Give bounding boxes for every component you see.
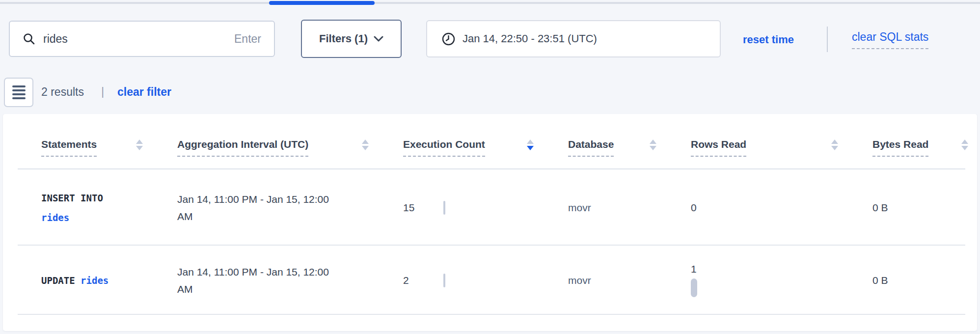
statement-keyword: INSERT INTO [41,193,103,203]
rows-read-cell: 0 [688,202,870,214]
bytes-read-cell: 0 B [870,202,977,214]
sort-arrows-execution-count[interactable] [527,139,534,150]
aggregation-interval-cell: Jan 14, 11:00 PM - Jan 15, 12:00 AM [174,263,329,298]
bytes-read-cell: 0 B [870,275,977,286]
tab-strip [0,2,980,4]
execution-count-bar [443,201,445,215]
database-cell: movr [565,275,688,286]
clear-sql-stats-link[interactable]: clear SQL stats [852,30,928,49]
active-tab-indicator [269,1,375,5]
rows-read-cell: 1 [688,263,870,297]
execution-count-value: 15 [403,202,431,214]
column-selector-icon [12,85,26,99]
column-header-statements[interactable]: Statements [38,138,174,169]
statements-table-card: Statements Aggregation Interval (UTC) Ex… [3,114,977,331]
time-range-picker[interactable]: Jan 14, 22:50 - 23:51 (UTC) [426,20,721,57]
clock-icon [442,32,455,46]
column-header-database[interactable]: Database [565,138,688,169]
column-selector-button[interactable] [4,78,33,107]
table-header-row: Statements Aggregation Interval (UTC) Ex… [3,114,977,169]
results-separator: | [101,84,104,98]
rows-read-value: 1 [691,263,697,275]
table-row: UPDATE rides Jan 14, 11:00 PM - Jan 15, … [3,246,977,315]
reset-time-link[interactable]: reset time [743,33,794,46]
statement-cell: UPDATE rides [38,271,123,290]
sort-arrows-aggregation-interval[interactable] [362,139,369,150]
statement-keyword: UPDATE [41,275,75,286]
aggregation-interval-cell: Jan 14, 11:00 PM - Jan 15, 12:00 AM [174,191,329,225]
sort-arrows-bytes-read[interactable] [961,139,968,150]
chevron-down-icon [374,36,383,42]
sort-arrows-rows-read[interactable] [831,139,838,150]
search-value[interactable]: rides [43,32,234,46]
filters-button[interactable]: Filters (1) [301,20,402,58]
database-cell: movr [565,202,688,214]
sort-arrows-statements[interactable] [136,139,143,150]
column-header-rows-read[interactable]: Rows Read [688,138,870,169]
execution-count-cell: 2 [400,274,565,287]
search-icon [23,32,35,45]
search-input[interactable]: rides Enter [9,21,275,57]
filters-label: Filters (1) [319,32,368,45]
column-header-execution-count[interactable]: Execution Count [400,138,565,169]
clear-filter-link[interactable]: clear filter [117,85,171,99]
rows-read-value: 0 [691,202,697,214]
statement-table-link[interactable]: rides [81,275,109,286]
toolbar-divider [827,27,828,52]
rows-read-bar [691,278,697,297]
time-range-label: Jan 14, 22:50 - 23:51 (UTC) [463,32,597,45]
table-row: INSERT INTO rides Jan 14, 11:00 PM - Jan… [3,169,977,246]
execution-count-bar [443,274,445,287]
search-enter-hint: Enter [234,32,261,46]
statement-cell: INSERT INTO rides [38,188,123,227]
column-header-bytes-read[interactable]: Bytes Read [870,138,977,169]
execution-count-value: 2 [403,275,431,286]
execution-count-cell: 15 [400,201,565,215]
statement-table-link[interactable]: rides [41,212,69,223]
results-count: 2 results [41,85,84,99]
sort-arrows-database[interactable] [650,139,656,150]
column-header-aggregation-interval[interactable]: Aggregation Interval (UTC) [174,138,400,169]
